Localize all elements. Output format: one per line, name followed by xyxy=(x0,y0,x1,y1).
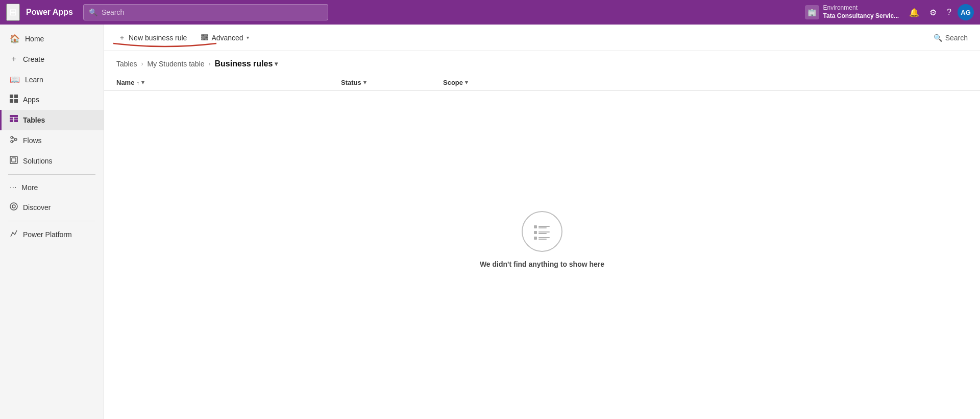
sidebar-item-apps[interactable]: Apps xyxy=(0,89,104,110)
svg-rect-30 xyxy=(538,239,547,240)
discover-icon xyxy=(10,202,18,213)
sidebar-item-tables[interactable]: Tables xyxy=(0,110,104,130)
learn-icon: 📖 xyxy=(10,75,20,84)
column-name-chevron: ▾ xyxy=(141,79,144,86)
breadcrumb-current-label: Business rules xyxy=(215,59,273,68)
breadcrumb-tables-link[interactable]: Tables xyxy=(116,60,137,68)
toolbar-search[interactable]: 🔍 Search xyxy=(929,31,972,45)
column-scope-chevron: ▾ xyxy=(465,79,468,86)
sidebar-item-solutions-label: Solutions xyxy=(23,157,53,165)
flows-icon xyxy=(10,135,18,146)
breadcrumb-sep-2: › xyxy=(209,60,211,67)
global-search-box[interactable]: 🔍 xyxy=(83,4,328,20)
svg-rect-8 xyxy=(14,120,18,122)
sidebar-item-discover-label: Discover xyxy=(23,203,51,212)
sidebar-item-flows-label: Flows xyxy=(23,136,42,145)
sidebar-item-power-platform-label: Power Platform xyxy=(23,230,72,239)
advanced-chevron-icon: ▾ xyxy=(247,35,249,40)
sidebar-item-power-platform[interactable]: Power Platform xyxy=(0,224,104,245)
top-nav-right: 🏢 Environment Tata Consultancy Servic...… xyxy=(805,4,974,20)
sidebar-item-discover[interactable]: Discover xyxy=(0,197,104,218)
tables-icon xyxy=(10,115,18,125)
advanced-label: Advanced xyxy=(211,34,243,42)
sidebar-item-tables-label: Tables xyxy=(23,116,45,124)
sidebar-item-flows[interactable]: Flows xyxy=(0,130,104,151)
column-name-label: Name xyxy=(116,79,134,86)
empty-state-icon xyxy=(522,211,562,252)
advanced-button[interactable]: Advanced ▾ xyxy=(195,30,255,45)
main-layout: 🏠 Home ＋ Create 📖 Learn Apps Tables xyxy=(0,25,980,419)
column-status-chevron: ▾ xyxy=(363,79,366,86)
svg-rect-28 xyxy=(534,237,537,240)
svg-point-15 xyxy=(12,205,15,208)
global-search-input[interactable] xyxy=(102,8,323,16)
column-scope-label: Scope xyxy=(443,79,463,86)
sidebar-item-home[interactable]: 🏠 Home xyxy=(0,29,104,49)
create-icon: ＋ xyxy=(10,54,18,64)
table-header: Name ↑ ▾ Status ▾ Scope ▾ xyxy=(104,75,980,91)
svg-point-14 xyxy=(10,203,17,210)
environment-info[interactable]: 🏢 Environment Tata Consultancy Servic... xyxy=(805,4,899,20)
svg-rect-4 xyxy=(10,115,18,117)
plus-icon: ＋ xyxy=(118,33,126,42)
sidebar-divider-2 xyxy=(8,221,95,221)
breadcrumb: Tables › My Students table › Business ru… xyxy=(104,51,980,75)
breadcrumb-dropdown-icon[interactable]: ▾ xyxy=(275,60,278,67)
new-business-rule-label: New business rule xyxy=(129,34,187,42)
svg-point-11 xyxy=(11,141,13,143)
help-button[interactable]: ? xyxy=(943,5,955,20)
sidebar-item-apps-label: Apps xyxy=(23,96,39,104)
svg-rect-2 xyxy=(10,99,13,103)
sidebar-item-more-label: More xyxy=(21,183,38,192)
column-status[interactable]: Status ▾ xyxy=(341,79,443,86)
sidebar-item-create[interactable]: ＋ Create xyxy=(0,49,104,69)
waffle-button[interactable]: ⊞ xyxy=(6,4,20,21)
svg-rect-1 xyxy=(14,95,18,98)
svg-rect-3 xyxy=(14,99,18,103)
breadcrumb-sep-1: › xyxy=(141,60,143,67)
column-status-label: Status xyxy=(341,79,361,86)
svg-rect-12 xyxy=(10,156,17,164)
svg-rect-6 xyxy=(14,118,18,120)
toolbar-search-icon: 🔍 xyxy=(934,34,942,42)
breadcrumb-students-link[interactable]: My Students table xyxy=(147,60,204,68)
home-icon: 🏠 xyxy=(10,34,20,43)
sort-asc-icon: ↑ xyxy=(136,80,139,86)
svg-point-21 xyxy=(204,39,205,40)
sidebar-divider-1 xyxy=(8,174,95,175)
svg-rect-24 xyxy=(538,227,547,228)
sidebar-item-learn[interactable]: 📖 Learn xyxy=(0,69,104,89)
svg-point-10 xyxy=(15,138,17,141)
toolbar: ＋ New business rule Advanced ▾ 🔍 Search xyxy=(104,25,980,51)
toolbar-search-label: Search xyxy=(945,34,968,42)
settings-button[interactable]: ⚙ xyxy=(925,5,941,20)
svg-rect-7 xyxy=(10,120,13,122)
env-text: Environment Tata Consultancy Servic... xyxy=(823,4,899,20)
top-nav: ⊞ Power Apps 🔍 🏢 Environment Tata Consul… xyxy=(0,0,980,25)
empty-state-message: We didn't find anything to show here xyxy=(480,260,604,268)
solutions-icon xyxy=(10,156,18,166)
svg-rect-25 xyxy=(534,231,537,234)
empty-state: We didn't find anything to show here xyxy=(104,91,980,419)
breadcrumb-current: Business rules ▾ xyxy=(215,59,278,68)
sidebar-item-more[interactable]: ··· More xyxy=(0,178,104,197)
power-platform-icon xyxy=(10,229,18,240)
svg-rect-27 xyxy=(538,233,547,234)
content-area: ＋ New business rule Advanced ▾ 🔍 Search xyxy=(104,25,980,419)
apps-icon xyxy=(10,95,18,105)
column-name[interactable]: Name ↑ ▾ xyxy=(116,79,341,86)
sidebar-item-solutions[interactable]: Solutions xyxy=(0,151,104,171)
svg-rect-23 xyxy=(538,226,550,227)
sidebar-item-learn-label: Learn xyxy=(25,76,43,84)
svg-rect-29 xyxy=(538,237,550,238)
svg-rect-0 xyxy=(10,95,13,98)
user-avatar[interactable]: AG xyxy=(958,4,974,20)
env-name: Tata Consultancy Servic... xyxy=(823,12,899,20)
svg-rect-22 xyxy=(534,225,537,228)
svg-rect-13 xyxy=(12,158,16,162)
new-business-rule-button[interactable]: ＋ New business rule xyxy=(112,30,193,45)
svg-rect-26 xyxy=(538,231,550,232)
notifications-button[interactable]: 🔔 xyxy=(905,5,923,20)
svg-rect-5 xyxy=(10,118,13,120)
column-scope[interactable]: Scope ▾ xyxy=(443,79,968,86)
